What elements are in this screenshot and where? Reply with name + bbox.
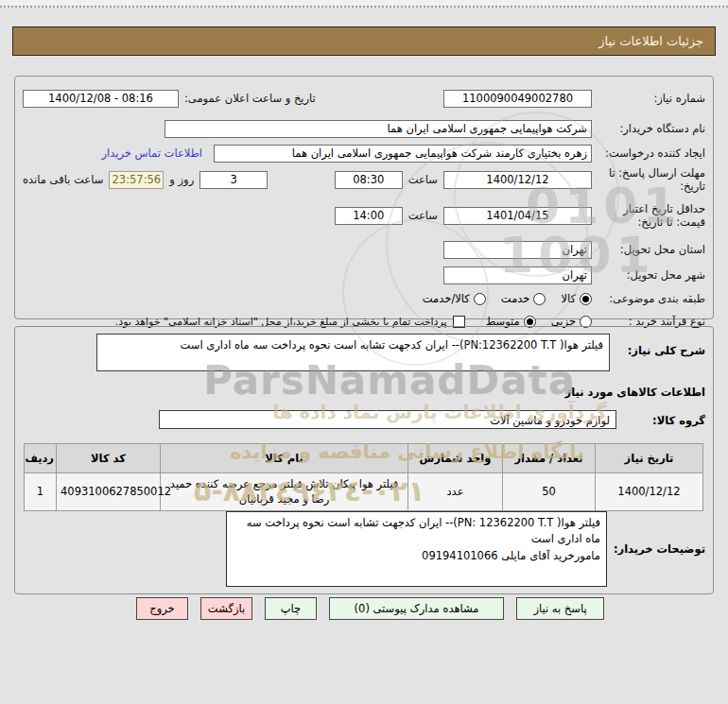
- goods-group-field[interactable]: لوازم خودرو و ماشین آلات: [159, 410, 616, 429]
- need-number-label: شماره نیاز:: [592, 92, 705, 105]
- reply-deadline-date-field[interactable]: 1400/12/12: [443, 171, 592, 189]
- page-title: جزئیات اطلاعات نیاز: [12, 26, 716, 56]
- cell-row-no: 1: [25, 473, 57, 511]
- reply-deadline-time-label: ساعت: [408, 173, 438, 186]
- goods-table-row: 1400/12/12 50 عدد فیلتر هوا پیکان تلاش ف…: [25, 473, 703, 511]
- goods-info-heading: اطلاعات کالاهای مورد نیاز: [565, 386, 705, 399]
- page-title-label: جزئیات اطلاعات نیاز: [598, 34, 703, 48]
- general-desc-field[interactable]: فیلتر هوا( PN:12362200 T.T)-- ایران کدجه…: [96, 334, 610, 371]
- general-desc-label: شرح کلی نیاز:: [628, 344, 705, 357]
- price-validity-label: حداقل تاریخ اعتبار قیمت: تا تاریخ:: [592, 202, 705, 230]
- general-info-groupbox: شماره نیاز: 1100090049002780 تاریخ و ساع…: [14, 76, 714, 319]
- buyer-org-field[interactable]: شرکت هواپیمایی جمهوری اسلامی ایران هما: [165, 120, 592, 138]
- header-need-date: تاریخ نیاز: [596, 444, 703, 473]
- cell-name: فیلتر هوا پیکان تلاش فیلتر مرجع عرضه کنن…: [161, 473, 408, 511]
- creator-field[interactable]: زهره بختیاری کارمند شرکت هواپیمایی جمهور…: [214, 145, 592, 163]
- header-row-no: ردیف: [25, 444, 57, 473]
- countdown-timer: 23:57:56: [109, 171, 164, 189]
- classification-option-goods-label: کالا: [561, 292, 576, 305]
- cell-need-date: 1400/12/12: [596, 473, 703, 511]
- classification-option-goods-service-label: کالا/خدمت: [423, 292, 470, 305]
- cell-unit: عدد: [408, 473, 503, 511]
- delivery-city-field[interactable]: تهران: [443, 266, 592, 284]
- buyer-notes-field[interactable]: فیلتر هوا( PN: 12362200 T.T)-- ایران کدج…: [226, 511, 607, 587]
- price-validity-time-label: ساعت: [408, 209, 438, 222]
- hours-remaining-label: ساعت باقی مانده: [23, 173, 103, 186]
- delivery-province-label: استان محل تحویل:: [592, 243, 705, 256]
- delivery-province-field[interactable]: تهران: [443, 241, 592, 259]
- buyer-notes-line1: فیلتر هوا( PN: 12362200 T.T)-- ایران کدج…: [233, 515, 600, 548]
- header-qty: تعداد / مقدار: [503, 444, 596, 473]
- classification-radio-service[interactable]: [533, 293, 546, 305]
- header-unit: واحد شمارش: [408, 444, 503, 473]
- delivery-city-label: شهر محل تحویل:: [592, 268, 705, 282]
- need-number-field[interactable]: 1100090049002780: [443, 90, 592, 108]
- reply-deadline-label: مهلت ارسال پاسخ: تا تاریخ:: [592, 166, 705, 194]
- price-validity-time-field[interactable]: 14:00: [335, 207, 403, 225]
- days-and-label: روز و: [169, 173, 194, 186]
- top-dotted-divider: [0, 0, 728, 8]
- goods-table: تاریخ نیاز تعداد / مقدار واحد شمارش نام …: [24, 443, 703, 511]
- action-buttons-bar: پاسخ به نیاز مشاهده مدارک پیوستی (0) چاپ…: [131, 597, 604, 621]
- reply-to-need-button[interactable]: پاسخ به نیاز: [516, 597, 604, 620]
- goods-group-label: گروه کالا:: [652, 414, 705, 427]
- need-description-groupbox: شرح کلی نیاز: فیلتر هوا( PN:12362200 T.T…: [14, 326, 714, 594]
- cell-code: 4093100627850012: [57, 473, 161, 511]
- buyer-contact-link[interactable]: اطلاعات تماس خریدار: [101, 146, 202, 160]
- buyer-org-label: نام دستگاه خریدار:: [592, 122, 705, 135]
- goods-table-header-row: تاریخ نیاز تعداد / مقدار واحد شمارش نام …: [25, 444, 703, 473]
- cell-qty: 50: [503, 473, 596, 511]
- classification-label: طبقه بندی موضوعی:: [592, 292, 705, 305]
- print-button[interactable]: چاپ: [265, 597, 317, 620]
- buyer-notes-line2: مامورخرید آقای مایلی 09194101066: [233, 548, 600, 564]
- price-validity-date-field[interactable]: 1401/04/15: [443, 207, 592, 225]
- announce-datetime-label: تاریخ و ساعت اعلان عمومی:: [184, 92, 316, 105]
- classification-option-service-label: خدمت: [501, 292, 530, 305]
- general-desc-text: فیلتر هوا( PN:12362200 T.T)-- ایران کدجه…: [181, 338, 603, 352]
- need-details-page: جزئیات اطلاعات نیاز شماره نیاز: 11000900…: [0, 0, 728, 704]
- goods-group-text: لوازم خودرو و ماشین آلات: [490, 414, 610, 427]
- exit-button[interactable]: خروج: [136, 597, 188, 620]
- classification-radio-goods[interactable]: [580, 293, 592, 305]
- header-code: کد کالا: [57, 444, 161, 473]
- reply-deadline-time-field[interactable]: 08:30: [335, 171, 403, 189]
- buyer-notes-label: توضیحات خریدار:: [614, 542, 705, 556]
- view-attachments-button[interactable]: مشاهده مدارک پیوستی (0): [329, 597, 504, 620]
- header-name: نام کالا: [161, 444, 408, 473]
- back-button[interactable]: بازگشت: [200, 597, 252, 620]
- classification-radio-goods-service[interactable]: [474, 293, 486, 305]
- creator-label: ایجاد کننده درخواست:: [592, 146, 705, 160]
- announce-datetime-field[interactable]: 1400/12/08 - 08:16: [23, 90, 179, 108]
- remaining-days-field[interactable]: 3: [199, 171, 268, 189]
